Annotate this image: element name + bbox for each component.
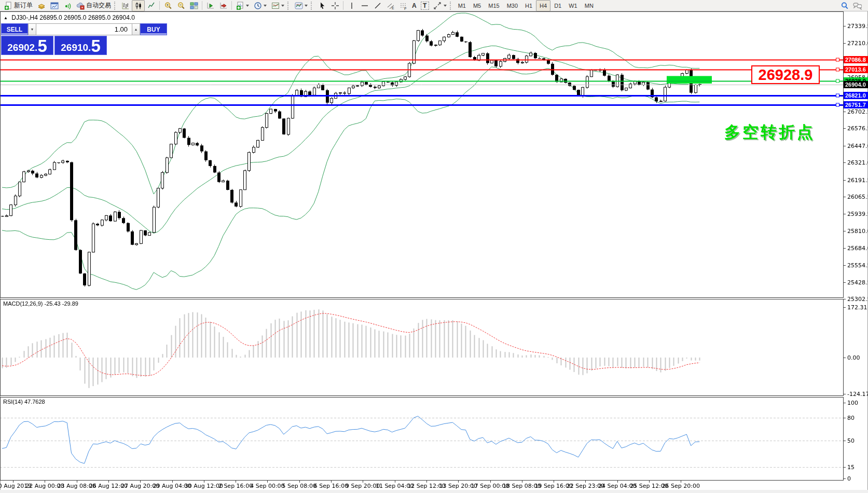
market-watch-button[interactable] bbox=[35, 0, 48, 11]
chevron-down-icon bbox=[305, 5, 308, 7]
timeframe-H4[interactable]: H4 bbox=[536, 0, 550, 11]
svg-text:E: E bbox=[392, 6, 394, 10]
timeframe-H1[interactable]: H1 bbox=[521, 0, 536, 11]
volume-input[interactable] bbox=[36, 23, 132, 35]
auto-scroll-button[interactable] bbox=[204, 0, 217, 11]
search-icon bbox=[840, 1, 849, 10]
text-tool[interactable]: A bbox=[410, 0, 419, 11]
trendline-tool[interactable] bbox=[371, 0, 384, 11]
price-tag: 27013.6 bbox=[844, 66, 868, 73]
auto-trading-icon bbox=[76, 1, 85, 10]
horizontal-line-tool[interactable] bbox=[358, 0, 371, 11]
volume-increase-button[interactable]: ▲ bbox=[132, 23, 140, 35]
signals-icon bbox=[63, 1, 72, 10]
rsi-label: RSI(14) 47.7628 bbox=[3, 399, 45, 405]
signals-button[interactable] bbox=[61, 0, 74, 11]
template-dropdown[interactable] bbox=[269, 0, 286, 11]
sell-price-button[interactable]: 26902. 5 bbox=[1, 36, 53, 55]
shapes-icon bbox=[433, 1, 442, 10]
chart-window-button[interactable] bbox=[48, 0, 61, 11]
timeframe-D1[interactable]: D1 bbox=[550, 0, 565, 11]
line-chart-type-button[interactable] bbox=[145, 0, 158, 11]
timeframe-M15[interactable]: M15 bbox=[485, 0, 503, 11]
price-tag: 26904.0 bbox=[844, 81, 868, 88]
channel-icon: E bbox=[386, 1, 395, 10]
channel-tool[interactable]: E bbox=[384, 0, 397, 11]
zoom-in-button[interactable] bbox=[161, 0, 174, 11]
chat-icon bbox=[853, 1, 862, 10]
chart-ohlc-values: 26895.0 26905.0 26895.0 26904.0 bbox=[39, 14, 135, 21]
text-icon: A bbox=[412, 2, 417, 9]
zoom-in-icon bbox=[163, 1, 172, 10]
cursor-icon bbox=[318, 1, 326, 10]
new-chart-icon bbox=[236, 1, 244, 10]
auto-trading-label: 自动交易 bbox=[86, 1, 111, 10]
fibonacci-tool[interactable]: F bbox=[397, 0, 410, 11]
toolbar-grip bbox=[450, 2, 452, 10]
auto-scroll-icon bbox=[206, 1, 215, 10]
timeframe-MN[interactable]: MN bbox=[581, 0, 597, 11]
period-dropdown[interactable] bbox=[251, 0, 269, 11]
buy-price-button[interactable]: 26910. 5 bbox=[54, 36, 107, 55]
chart-shift-icon bbox=[219, 1, 228, 10]
vertical-line-icon bbox=[347, 1, 356, 10]
fibonacci-icon: F bbox=[399, 1, 408, 10]
timeframe-M5[interactable]: M5 bbox=[470, 0, 485, 11]
buy-price-pips: 5 bbox=[91, 39, 100, 53]
tile-windows-button[interactable] bbox=[187, 0, 200, 11]
cursor-tool-button[interactable] bbox=[315, 0, 328, 11]
label-tool[interactable]: T bbox=[419, 0, 431, 11]
zoom-out-icon bbox=[176, 1, 185, 10]
new-order-icon bbox=[4, 1, 12, 10]
volume-decrease-button[interactable]: ▼ bbox=[28, 23, 36, 35]
candlestick-type-button[interactable] bbox=[132, 0, 145, 11]
tile-windows-icon bbox=[189, 1, 198, 10]
chat-button[interactable] bbox=[851, 0, 864, 11]
template-icon bbox=[271, 1, 280, 10]
shapes-dropdown[interactable] bbox=[431, 0, 449, 11]
new-chart-dropdown[interactable] bbox=[233, 0, 251, 11]
sell-price-pips: 5 bbox=[37, 39, 47, 53]
auto-trading-button[interactable]: 自动交易 bbox=[74, 0, 113, 11]
toolbar-grip bbox=[287, 2, 290, 10]
toolbar-separator bbox=[343, 1, 343, 10]
zoom-out-button[interactable] bbox=[174, 0, 187, 11]
vertical-line-tool[interactable] bbox=[345, 0, 358, 11]
collapse-triangle-icon[interactable]: ▲ bbox=[4, 16, 8, 20]
label-icon: T bbox=[421, 2, 429, 10]
timeframe-bar: M1M5M15M30H1H4D1W1MN bbox=[454, 0, 597, 11]
timeframe-M1[interactable]: M1 bbox=[454, 0, 470, 11]
toolbar-separator bbox=[202, 1, 202, 10]
turning-point-annotation: 多空转折点 bbox=[724, 121, 815, 143]
market-watch-icon bbox=[37, 1, 46, 10]
toolbar-separator bbox=[159, 1, 160, 10]
chart-window-icon bbox=[50, 1, 59, 10]
price-callout-box: 26928.9 bbox=[751, 65, 820, 84]
timeframe-M30[interactable]: M30 bbox=[503, 0, 521, 11]
search-button[interactable] bbox=[838, 0, 851, 11]
chart-canvas[interactable] bbox=[0, 0, 868, 493]
new-order-label: 新订单 bbox=[14, 1, 33, 10]
chevron-down-icon bbox=[444, 5, 447, 7]
toolbar-separator bbox=[231, 1, 232, 10]
indicators-dropdown[interactable] bbox=[292, 0, 310, 11]
timeframe-W1[interactable]: W1 bbox=[565, 0, 581, 11]
macd-label: MACD(12,26,9) -25.43 -29.89 bbox=[3, 300, 78, 307]
bar-chart-type-button[interactable] bbox=[119, 0, 132, 11]
buy-price: 26910. bbox=[61, 42, 91, 53]
chevron-down-icon bbox=[264, 5, 267, 7]
chevron-down-icon bbox=[281, 5, 284, 7]
toolbar-grip bbox=[114, 2, 117, 10]
toolbar: 新订单 自动交易 bbox=[0, 0, 868, 11]
new-order-button[interactable]: 新订单 bbox=[2, 0, 35, 11]
candlestick-icon bbox=[134, 1, 143, 10]
sell-button[interactable]: SELL bbox=[1, 23, 28, 35]
price-tag: 27086.8 bbox=[844, 56, 868, 63]
one-click-trade-panel: SELL ▼ ▲ BUY 26902. 5 26910. 5 bbox=[1, 23, 107, 55]
chart-shift-button[interactable] bbox=[217, 0, 230, 11]
buy-button[interactable]: BUY bbox=[140, 23, 167, 35]
crosshair-tool-button[interactable] bbox=[328, 0, 341, 11]
svg-text:F: F bbox=[404, 6, 407, 10]
horizontal-line-icon bbox=[360, 1, 369, 10]
toolbar-grip bbox=[311, 2, 313, 10]
